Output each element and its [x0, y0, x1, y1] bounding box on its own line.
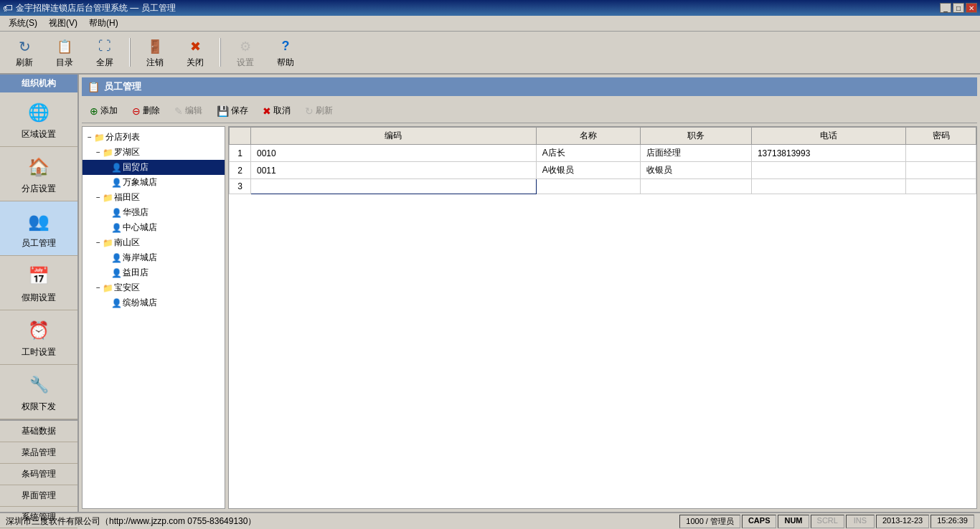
toolbar-help[interactable]: 帮助: [267, 34, 304, 71]
row-num-3: 3: [230, 179, 251, 194]
cell-code-2[interactable]: 0011: [251, 162, 537, 179]
cell-role-1[interactable]: 店面经理: [641, 145, 752, 162]
action-delete[interactable]: ⊖ 删除: [126, 102, 166, 120]
cell-role-2[interactable]: 收银员: [641, 162, 752, 179]
tree-yitian[interactable]: 👤 益田店: [83, 265, 225, 280]
edit-label: 编辑: [185, 105, 202, 117]
sidebar-barcode[interactable]: 条码管理: [0, 464, 77, 485]
status-scrl: SCRL: [811, 515, 844, 528]
toolbar-settings-label: 设置: [237, 57, 254, 69]
save-icon: 💾: [217, 105, 229, 117]
sidebar-basicdata[interactable]: 基础数据: [0, 421, 77, 442]
menu-help[interactable]: 帮助(H): [83, 16, 124, 31]
minimize-button[interactable]: _: [940, 3, 951, 13]
table-row[interactable]: 3: [230, 179, 976, 194]
cell-phone-2[interactable]: [751, 162, 905, 179]
action-refresh: ↻ 刷新: [298, 102, 339, 120]
user-icon-haian: 👤: [111, 253, 123, 263]
tree-huaqiang-label: 华强店: [123, 206, 149, 219]
cell-phone-3[interactable]: [751, 179, 905, 194]
tree-luohu[interactable]: − 📁 罗湖区: [83, 145, 225, 160]
add-icon: ⊕: [90, 105, 98, 117]
user-icon-huaqiang: 👤: [111, 208, 123, 218]
tree-branchlist[interactable]: − 📁 分店列表: [83, 130, 225, 145]
sidebar-branch-label: 分店设置: [22, 183, 56, 195]
sidebar-menumanage[interactable]: 菜品管理: [0, 442, 77, 464]
tree-huaqiang[interactable]: 👤 华强店: [83, 205, 225, 220]
action-add[interactable]: ⊕ 添加: [83, 102, 124, 120]
cell-password-2[interactable]: [906, 162, 976, 179]
toolbar-directory[interactable]: 目录: [46, 34, 83, 71]
sidebar-ui[interactable]: 界面管理: [0, 485, 77, 507]
cell-code-3-editing[interactable]: [251, 179, 537, 194]
cell-code-1[interactable]: 0010: [251, 145, 537, 162]
toolbar-logout[interactable]: 注销: [136, 34, 174, 71]
cell-password-3[interactable]: [906, 179, 976, 194]
close-button[interactable]: ✕: [966, 3, 977, 13]
expand-futian: −: [94, 194, 103, 201]
status-caps: CAPS: [742, 515, 777, 528]
content-area: 📋 员工管理 ⊕ 添加 ⊖ 删除 ✎ 编辑 💾 保存 ✖ 取消: [79, 75, 980, 512]
tree-futian[interactable]: − 📁 福田区: [83, 190, 225, 205]
expand-branchlist: −: [85, 133, 94, 141]
cell-password-1[interactable]: [906, 145, 976, 162]
cell-name-3[interactable]: [536, 179, 640, 194]
menu-system[interactable]: 系统(S): [3, 16, 43, 31]
status-time: 15:26:39: [930, 515, 974, 528]
table-panel: 编码 名称 职务 电话 密码 1 0010 A店长 店面经理: [228, 126, 977, 509]
table-row[interactable]: 1 0010 A店长 店面经理 13713813993: [230, 145, 976, 162]
sidebar-item-employee[interactable]: 👥 员工管理: [0, 201, 77, 256]
status-date: 2013-12-23: [876, 515, 929, 528]
sidebar-employee-label: 员工管理: [22, 237, 56, 249]
toolbar-refresh[interactable]: 刷新: [6, 34, 43, 71]
folder-icon-baoan: 📁: [103, 283, 114, 293]
tree-panel: − 📁 分店列表 − 📁 罗湖区 👤 国贸店: [82, 126, 225, 509]
refresh-action-label: 刷新: [316, 105, 333, 117]
tree-binfen[interactable]: 👤 缤纷城店: [83, 295, 225, 310]
toolbar-settings: 设置: [227, 34, 264, 71]
tree-baoan[interactable]: − 📁 宝安区: [83, 280, 225, 295]
cell-code-3-input[interactable]: [257, 181, 530, 191]
table-row[interactable]: 2 0011 A收银员 收银员: [230, 162, 976, 179]
sidebar-region-label: 区域设置: [22, 128, 56, 140]
add-label: 添加: [100, 105, 118, 117]
sidebar-item-holiday[interactable]: 📅 假期设置: [0, 256, 77, 310]
tree-nanshan[interactable]: − 📁 南山区: [83, 235, 225, 250]
action-cancel[interactable]: ✖ 取消: [256, 102, 297, 120]
sidebar-item-permission[interactable]: 🔧 权限下发: [0, 365, 77, 419]
folder-icon-futian: 📁: [103, 193, 114, 203]
sidebar-item-region[interactable]: 🌐 区域设置: [0, 92, 77, 147]
user-icon-binfen: 👤: [111, 298, 123, 308]
cell-name-1[interactable]: A店长: [536, 145, 640, 162]
fullscreen-icon: [93, 36, 116, 57]
user-icon-wanxiang: 👤: [111, 178, 123, 188]
folder-icon-branchlist: 📁: [94, 133, 105, 143]
menu-view[interactable]: 视图(V): [43, 16, 83, 31]
toolbar-fullscreen[interactable]: 全屏: [86, 34, 123, 71]
sidebar-holiday-label: 假期设置: [22, 292, 56, 304]
cell-role-3[interactable]: [641, 179, 752, 194]
tree-nanshan-label: 南山区: [114, 237, 140, 249]
cell-phone-1[interactable]: 13713813993: [751, 145, 905, 162]
maximize-button[interactable]: □: [953, 3, 964, 13]
branch-icon: 🏠: [24, 153, 53, 181]
tree-baoan-label: 宝安区: [114, 282, 140, 294]
help-icon: [274, 36, 297, 57]
cell-name-2[interactable]: A收银员: [536, 162, 640, 179]
tree-branchlist-label: 分店列表: [105, 131, 140, 143]
tree-haian[interactable]: 👤 海岸城店: [83, 250, 225, 265]
app-icon: 🏷: [3, 2, 13, 14]
status-bar: 深圳市三度软件有限公司（http://www.jzzp.com 0755-836…: [0, 512, 980, 529]
user-icon-yitian: 👤: [111, 268, 123, 278]
tree-zhongxin[interactable]: 👤 中心城店: [83, 220, 225, 235]
tree-guomao[interactable]: 👤 国贸店: [83, 160, 225, 175]
sidebar-item-workhours[interactable]: ⏰ 工时设置: [0, 310, 77, 365]
tree-wanxiang[interactable]: 👤 万象城店: [83, 175, 225, 190]
toolbar-close[interactable]: 关闭: [176, 34, 214, 71]
title-bar: 🏷 金宇招牌连锁店后台管理系统 — 员工管理 _ □ ✕: [0, 0, 980, 16]
content-header-icon: 📋: [88, 81, 100, 92]
col-code: 编码: [251, 128, 537, 145]
sidebar-item-branch[interactable]: 🏠 分店设置: [0, 147, 77, 201]
action-save[interactable]: 💾 保存: [210, 102, 255, 120]
delete-label: 删除: [143, 105, 160, 117]
